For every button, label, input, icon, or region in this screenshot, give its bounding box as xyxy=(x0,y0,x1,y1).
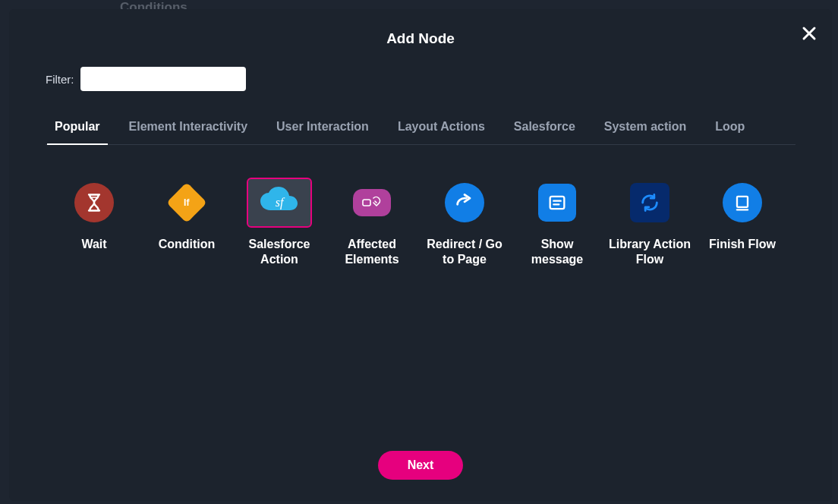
node-salesforce-action[interactable]: sf Salesforce Action xyxy=(238,178,320,267)
filter-row: Filter: xyxy=(46,67,246,91)
node-label: Wait xyxy=(81,237,106,252)
tab-element-interactivity[interactable]: Element Interactivity xyxy=(129,120,248,144)
svg-rect-1 xyxy=(363,200,370,206)
sync-icon xyxy=(630,183,669,222)
node-label: Finish Flow xyxy=(709,237,776,252)
node-label: Condition xyxy=(159,237,216,252)
node-label: Redirect / Go to Page xyxy=(424,237,506,267)
cloud-icon: sf xyxy=(257,186,301,219)
node-wait[interactable]: Wait xyxy=(53,178,135,267)
filter-input[interactable] xyxy=(80,67,246,91)
node-show-message[interactable]: Show message xyxy=(516,178,598,267)
next-button[interactable]: Next xyxy=(378,451,463,480)
hourglass-icon xyxy=(74,183,114,222)
filter-label: Filter: xyxy=(46,73,74,86)
node-condition[interactable]: If Condition xyxy=(146,178,228,267)
node-label: Salesforce Action xyxy=(238,237,320,267)
add-node-modal: Add Node Filter: Popular Element Interac… xyxy=(9,9,832,501)
tab-system-action[interactable]: System action xyxy=(604,120,686,144)
node-affected-elements[interactable]: Affected Elements xyxy=(331,178,413,267)
svg-rect-3 xyxy=(737,197,748,207)
node-label: Library Action Flow xyxy=(609,237,691,267)
tab-loop[interactable]: Loop xyxy=(715,120,745,144)
node-redirect[interactable]: Redirect / Go to Page xyxy=(424,178,506,267)
svg-rect-2 xyxy=(550,197,565,209)
tab-salesforce[interactable]: Salesforce xyxy=(514,120,575,144)
category-tabs: Popular Element Interactivity User Inter… xyxy=(46,120,795,145)
diamond-icon: If xyxy=(167,183,206,222)
node-library-action-flow[interactable]: Library Action Flow xyxy=(609,178,691,267)
node-label: Show message xyxy=(516,237,598,267)
tab-popular[interactable]: Popular xyxy=(55,120,100,144)
message-icon xyxy=(538,184,576,222)
tab-user-interaction[interactable]: User Interaction xyxy=(276,120,369,144)
tab-layout-actions[interactable]: Layout Actions xyxy=(398,120,485,144)
node-grid: Wait If Condition sf Salesforce Action xyxy=(53,178,788,267)
finish-icon xyxy=(723,183,762,222)
node-finish-flow[interactable]: Finish Flow xyxy=(701,178,783,267)
redirect-arrow-icon xyxy=(445,183,484,222)
node-label: Affected Elements xyxy=(331,237,413,267)
tap-icon xyxy=(353,189,391,216)
modal-title: Add Node xyxy=(9,30,832,47)
